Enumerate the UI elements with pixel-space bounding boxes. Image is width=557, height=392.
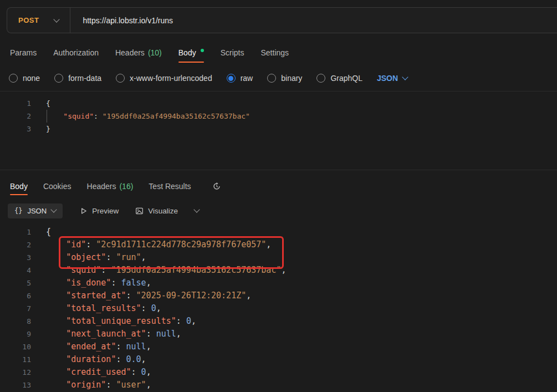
line-number: 4	[0, 264, 31, 277]
chevron-down-icon	[402, 74, 408, 80]
code-token: :	[94, 112, 103, 120]
request-body-editor[interactable]: 1{2 "squid": "195ddf0a25af4994ba35162c57…	[0, 91, 557, 170]
code-token	[46, 291, 66, 301]
indent-guide	[47, 110, 47, 123]
code-token	[46, 112, 63, 120]
tab-params[interactable]: Params	[10, 40, 37, 65]
line-number: 12	[0, 366, 31, 379]
radio-icon	[9, 74, 18, 83]
line-content: {	[31, 97, 50, 110]
chevron-down-icon[interactable]	[193, 206, 200, 212]
line-content: "credit_used": 0,	[31, 366, 151, 379]
method-label: POST	[18, 16, 39, 24]
line-content: "total_unique_results": 0,	[31, 315, 196, 328]
tab-body[interactable]: Body	[178, 40, 204, 65]
code-line: 13 "origin": "user",	[0, 379, 557, 391]
code-token: "id"	[66, 240, 86, 250]
image-icon	[135, 207, 144, 215]
code-token: "2025-09-26T12:20:21Z"	[136, 291, 247, 301]
code-token: ,	[146, 380, 151, 390]
code-token: :	[116, 342, 126, 352]
body-type-form-data[interactable]: form-data	[54, 74, 101, 83]
radio-label: GraphQL	[330, 74, 362, 83]
body-type-x-www-form-urlencoded[interactable]: x-www-form-urlencoded	[116, 74, 212, 83]
line-number: 10	[0, 340, 31, 353]
response-format-dropdown[interactable]: {} JSON	[8, 203, 63, 218]
code-token: ,	[246, 291, 251, 301]
code-token: {	[46, 99, 50, 108]
body-type-graphql[interactable]: GraphQL	[316, 74, 362, 83]
tab-cookies[interactable]: Cookies	[43, 175, 71, 198]
code-token: ,	[146, 367, 151, 377]
code-token: "origin"	[66, 380, 106, 390]
radio-icon	[227, 74, 236, 83]
tab-body[interactable]: Body	[10, 175, 28, 198]
response-toolbar: {} JSON Preview Visualize	[0, 199, 557, 222]
line-content: "started_at": "2025-09-26T12:20:21Z",	[31, 289, 251, 302]
code-line: 6 "started_at": "2025-09-26T12:20:21Z",	[0, 289, 557, 302]
tab-label: Headers	[115, 48, 145, 57]
radio-label: binary	[281, 74, 302, 83]
code-token: "duration"	[66, 354, 116, 364]
code-line: 1{	[0, 97, 557, 110]
code-token	[46, 278, 66, 288]
code-token	[46, 342, 66, 352]
tab-test-results[interactable]: Test Results	[149, 175, 191, 198]
code-token: :	[116, 354, 126, 364]
code-token: "squid"	[66, 265, 101, 275]
code-token: ,	[266, 240, 271, 250]
tab-authorization[interactable]: Authorization	[53, 40, 99, 65]
raw-language-dropdown[interactable]: JSON	[377, 74, 407, 83]
code-token	[46, 380, 66, 390]
code-token: }	[46, 125, 50, 133]
code-line: 10 "ended_at": null,	[0, 340, 557, 353]
line-content: "id": "2c91d1711c224d778c29a978f767e057"…	[31, 238, 271, 251]
response-body-viewer[interactable]: 1{2 "id": "2c91d1711c224d778c29a978f767e…	[0, 222, 557, 392]
radio-label: raw	[241, 74, 253, 83]
code-token: :	[111, 278, 121, 288]
code-token: ,	[156, 303, 161, 313]
code-token: :	[106, 380, 116, 390]
body-type-binary[interactable]: binary	[267, 74, 302, 83]
code-token: ,	[146, 342, 151, 352]
tab-label: Params	[10, 48, 37, 57]
code-token	[46, 265, 66, 275]
code-token: 0	[186, 316, 191, 326]
tab-settings[interactable]: Settings	[261, 40, 289, 65]
tab-label: Authorization	[53, 48, 99, 57]
preview-button[interactable]: Preview	[79, 207, 119, 215]
code-line: 7 "total_results": 0,	[0, 302, 557, 315]
line-content: }	[31, 123, 50, 135]
code-token	[46, 252, 66, 262]
line-number: 3	[0, 123, 31, 135]
history-icon[interactable]	[212, 182, 221, 191]
tab-label: Test Results	[149, 182, 191, 191]
method-dropdown[interactable]: POST	[7, 16, 70, 24]
raw-language-label: JSON	[377, 74, 398, 83]
tab-label: Settings	[261, 48, 289, 57]
code-token	[46, 240, 66, 250]
body-type-none[interactable]: none	[9, 74, 40, 83]
code-token: 0.0	[126, 354, 141, 364]
radio-label: form-data	[68, 74, 101, 83]
tab-label: Body	[10, 182, 28, 191]
body-type-raw[interactable]: raw	[227, 74, 253, 83]
play-icon	[79, 207, 88, 215]
code-token: :	[146, 329, 156, 339]
radio-icon	[267, 74, 276, 83]
tab-label: Body	[178, 48, 196, 57]
code-token: "195ddf0a25af4994ba35162c57637bac"	[103, 112, 250, 120]
code-line: 4 "squid": "195ddf0a25af4994ba35162c5763…	[0, 264, 557, 277]
visualize-button[interactable]: Visualize	[135, 207, 178, 215]
line-number: 2	[0, 110, 31, 123]
tab-headers[interactable]: Headers(16)	[87, 175, 134, 198]
tab-scripts[interactable]: Scripts	[221, 40, 244, 65]
code-token: :	[131, 367, 141, 377]
url-input[interactable]: https://api.lobstr.io/v1/runs	[70, 16, 173, 25]
tab-headers[interactable]: Headers(10)	[115, 40, 162, 65]
braces-icon: {}	[14, 207, 22, 215]
code-token: "is_done"	[66, 278, 111, 288]
radio-icon	[54, 74, 63, 83]
code-token: :	[86, 240, 96, 250]
code-token: {	[46, 227, 51, 237]
